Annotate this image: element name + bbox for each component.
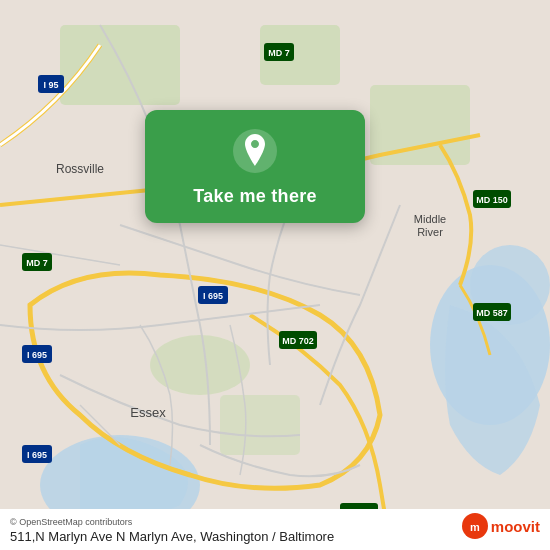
svg-text:MD 7: MD 7 [268,48,290,58]
moovit-label: moovit [491,518,540,535]
svg-text:I 695: I 695 [27,450,47,460]
svg-rect-3 [60,25,180,105]
location-pin-icon [232,128,278,174]
svg-text:I 95: I 95 [43,80,58,90]
svg-text:MD 150: MD 150 [476,195,508,205]
svg-text:m: m [470,521,480,533]
svg-text:MD 7: MD 7 [26,258,48,268]
svg-text:MD 702: MD 702 [282,336,314,346]
map-container: I 95 MD 7 MD 7 MD 150 MD 587 MD 702 MD 7… [0,0,550,550]
svg-text:Essex: Essex [130,405,166,420]
svg-text:I 695: I 695 [27,350,47,360]
svg-text:River: River [417,226,443,238]
map-svg: I 95 MD 7 MD 7 MD 150 MD 587 MD 702 MD 7… [0,0,550,550]
svg-text:Middle: Middle [414,213,446,225]
svg-text:MD 587: MD 587 [476,308,508,318]
location-card: Take me there [145,110,365,223]
svg-text:Rossville: Rossville [56,162,104,176]
svg-text:I 695: I 695 [203,291,223,301]
moovit-icon: m [461,512,489,540]
moovit-logo: m moovit [461,512,540,540]
take-me-there-button[interactable]: Take me there [193,186,317,207]
svg-rect-7 [220,395,300,455]
